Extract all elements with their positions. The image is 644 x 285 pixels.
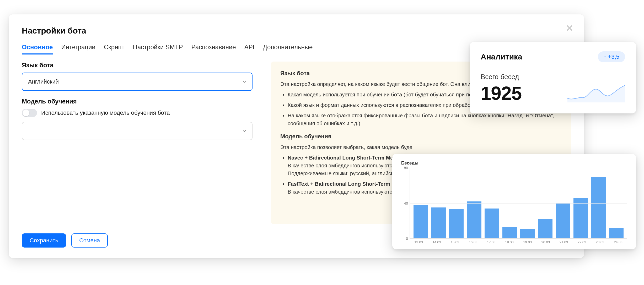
trend-sparkline bbox=[567, 84, 625, 102]
info-heading: Модель обучения bbox=[280, 132, 562, 141]
trend-value: +3,5 bbox=[608, 53, 619, 60]
chart-bar bbox=[556, 203, 570, 239]
training-model-toggle[interactable] bbox=[22, 109, 37, 117]
info-text: Эта настройка позволяет выбрать, какая м… bbox=[280, 143, 562, 151]
chart-plot-area bbox=[410, 168, 627, 239]
x-tick: 14.03 bbox=[428, 240, 446, 244]
save-button[interactable]: Сохранить bbox=[22, 233, 66, 248]
tab-2[interactable]: Скрипт bbox=[104, 43, 125, 54]
chevron-down-icon bbox=[242, 79, 247, 85]
y-tick: 80 bbox=[404, 166, 408, 170]
arrow-up-icon: ↑ bbox=[604, 53, 607, 60]
chart-bar bbox=[573, 198, 588, 238]
chart-bar bbox=[502, 227, 517, 238]
x-tick: 19.03 bbox=[518, 240, 536, 244]
x-tick: 23.03 bbox=[591, 240, 609, 244]
training-model-select[interactable] bbox=[22, 122, 253, 140]
tab-4[interactable]: Распознавание bbox=[191, 43, 236, 54]
language-select[interactable]: Английский bbox=[22, 73, 253, 91]
x-tick: 18.03 bbox=[500, 240, 518, 244]
analytics-total: 1925 bbox=[481, 83, 522, 104]
x-tick: 22.03 bbox=[573, 240, 591, 244]
close-icon[interactable] bbox=[565, 24, 574, 32]
chart-bar bbox=[449, 209, 464, 238]
chart-bar bbox=[485, 209, 499, 238]
conversations-chart-card: Беседы 04080 13.0314.0315.0316.0317.0318… bbox=[392, 154, 636, 249]
training-model-toggle-label: Использовать указанную модель обучения б… bbox=[41, 109, 170, 116]
analytics-card: Аналитика ↑ +3,5 Всего бесед 1925 bbox=[470, 42, 636, 113]
chart-bar bbox=[538, 219, 552, 238]
y-tick: 0 bbox=[406, 237, 408, 241]
tab-6[interactable]: Дополнительные bbox=[263, 43, 313, 54]
tab-5[interactable]: API bbox=[244, 43, 255, 54]
language-value: Английский bbox=[28, 78, 59, 85]
chart-x-axis: 13.0314.0315.0316.0317.0318.0319.0320.03… bbox=[401, 240, 627, 244]
cancel-button[interactable]: Отмена bbox=[71, 233, 108, 248]
chart-bar bbox=[591, 177, 606, 238]
x-tick: 17.03 bbox=[482, 240, 500, 244]
modal-title: Настройки бота bbox=[22, 26, 571, 36]
chart-bar bbox=[467, 201, 481, 238]
analytics-sublabel: Всего бесед bbox=[481, 73, 625, 81]
x-tick: 20.03 bbox=[536, 240, 555, 244]
language-label: Язык бота bbox=[22, 62, 258, 69]
tab-0[interactable]: Основное bbox=[22, 43, 53, 54]
chart-bar bbox=[520, 229, 535, 238]
chart-bar bbox=[609, 228, 624, 238]
trend-badge: ↑ +3,5 bbox=[598, 51, 625, 62]
chart-bar bbox=[431, 207, 446, 238]
y-tick: 40 bbox=[404, 201, 408, 205]
training-model-label: Модель обучения bbox=[22, 98, 258, 105]
x-tick: 24.03 bbox=[609, 240, 627, 244]
tab-1[interactable]: Интеграции bbox=[61, 43, 95, 54]
chevron-down-icon bbox=[242, 128, 247, 134]
tab-3[interactable]: Настройки SMTP bbox=[133, 43, 183, 54]
x-tick: 21.03 bbox=[555, 240, 573, 244]
x-tick: 13.03 bbox=[410, 240, 428, 244]
chart-title: Беседы bbox=[401, 161, 627, 166]
x-tick: 15.03 bbox=[446, 240, 464, 244]
analytics-title: Аналитика bbox=[481, 52, 522, 61]
chart-bar bbox=[414, 205, 428, 238]
info-bullet: На каком языке отображаются фиксированны… bbox=[288, 112, 562, 127]
chart-y-axis: 04080 bbox=[401, 168, 410, 239]
x-tick: 16.03 bbox=[464, 240, 482, 244]
